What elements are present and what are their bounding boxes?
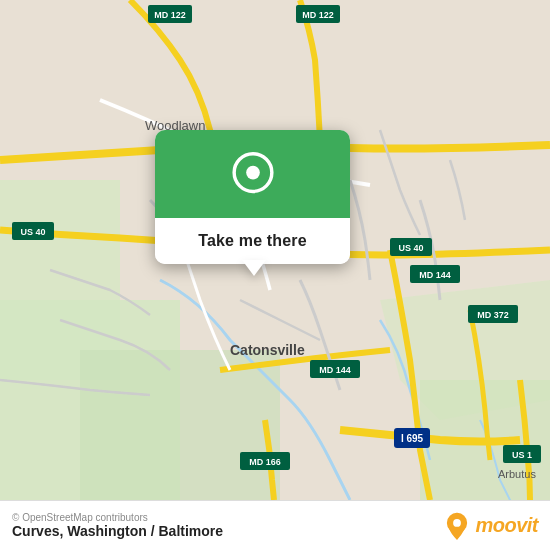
popup-icon-area bbox=[155, 130, 350, 218]
svg-text:Catonsville: Catonsville bbox=[230, 342, 305, 358]
svg-text:Arbutus: Arbutus bbox=[498, 468, 536, 480]
svg-rect-3 bbox=[80, 350, 280, 500]
footer-left: © OpenStreetMap contributors Curves, Was… bbox=[12, 512, 223, 539]
moovit-pin-icon bbox=[443, 512, 471, 540]
svg-text:MD 144: MD 144 bbox=[319, 365, 351, 375]
location-label: Curves, Washington / Baltimore bbox=[12, 523, 223, 539]
popup-tail bbox=[242, 260, 266, 276]
take-me-there-button[interactable]: Take me there bbox=[155, 218, 350, 264]
svg-text:MD 166: MD 166 bbox=[249, 457, 281, 467]
footer-bar: © OpenStreetMap contributors Curves, Was… bbox=[0, 500, 550, 550]
moovit-logo: moovit bbox=[443, 512, 538, 540]
svg-text:MD 144: MD 144 bbox=[419, 270, 451, 280]
svg-point-36 bbox=[454, 519, 462, 527]
svg-text:MD 122: MD 122 bbox=[302, 10, 334, 20]
svg-text:I 695: I 695 bbox=[401, 433, 424, 444]
location-pin-icon bbox=[229, 152, 277, 200]
svg-text:MD 122: MD 122 bbox=[154, 10, 186, 20]
svg-point-34 bbox=[246, 166, 260, 180]
svg-text:MD 372: MD 372 bbox=[477, 310, 509, 320]
svg-text:US 40: US 40 bbox=[20, 227, 45, 237]
svg-text:US 1: US 1 bbox=[512, 450, 532, 460]
popup-card: Take me there bbox=[155, 130, 350, 264]
moovit-text: moovit bbox=[475, 514, 538, 537]
copyright-text: © OpenStreetMap contributors bbox=[12, 512, 223, 523]
map-container: I 70 MD 122 MD 122 US 40 US 40 0 MD 144 … bbox=[0, 0, 550, 500]
svg-text:US 40: US 40 bbox=[398, 243, 423, 253]
